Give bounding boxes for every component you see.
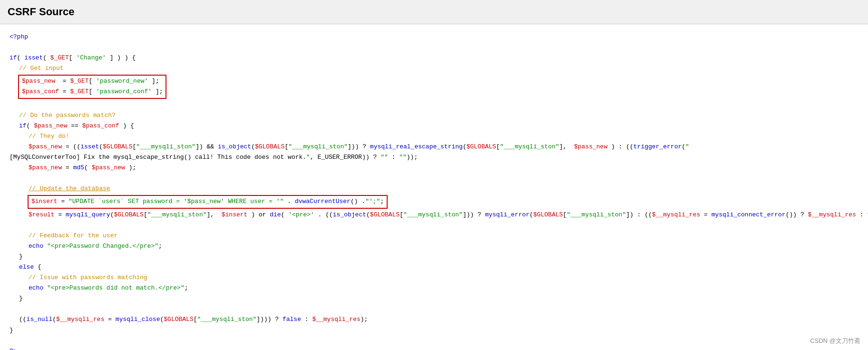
code-line-insert: $insert = "UPDATE `users` SET password =… [31,196,384,207]
code-line-if-isset: if( isset( $_GET[ 'Change' ] ) ) { [10,53,858,63]
highlight-box-pass: $pass_new = $_GET[ 'password_new' ]; $pa… [18,75,166,98]
code-line-close-else: } [10,293,858,304]
code-line-close-if: } [10,252,858,262]
code-line-if-match: if( $pass_new == $pass_conf ) { [10,121,858,131]
code-line-blank6 [10,336,858,346]
code-line-comment-they-do: // They do! [10,131,858,142]
code-line-mysqli-close: ((is_null($__mysqli_res = mysqli_close($… [10,314,858,325]
code-line-comment-update: // Update the database [10,184,858,194]
code-line-echo-nomatch: echo "<pre>Passwords did not match.</pre… [10,283,858,293]
code-line-else: else { [10,262,858,272]
code-line-blank1 [10,42,858,53]
code-line-blank2 [10,100,858,110]
code-line-pass-new: $pass_new = $_GET[ 'password_new' ]; [22,76,163,87]
code-line-result: $result = mysqli_query($GLOBALS["___mysq… [10,210,858,220]
code-line-comment-issue: // Issue with passwords matching [10,272,858,283]
code-line-php-close: ?> [10,346,858,350]
code-line-close-main: } [10,325,858,336]
code-line-php-open: <?php [10,32,858,42]
page-title: CSRF Source [8,6,860,18]
code-line-blank4 [10,220,858,231]
code-line-comment-get-input: // Get input [10,63,858,74]
code-line-blank5 [10,304,858,314]
code-line-echo-changed: echo "<pre>Password Changed.</pre>"; [10,241,858,252]
code-area: <?php if( isset( $_GET[ 'Change' ] ) ) {… [0,24,868,350]
code-line-mysql-converter: [MySQLConverterToo] Fix the mysql_escape… [10,152,858,163]
highlight-box-insert: $insert = "UPDATE `users` SET password =… [28,195,388,208]
watermark: CSDN @文刀竹斋 [810,337,860,345]
header: CSRF Source [0,0,868,24]
code-line-pass-conf: $pass_conf = $_GET[ 'password_conf' ]; [22,87,163,97]
code-line-md5: $pass_new = md5( $pass_new ); [10,163,858,173]
code-line-comment-feedback: // Feedback for the user [10,231,858,241]
code-line-blank3 [10,173,858,184]
code-line-pass-new-escape: $pass_new = ((isset($GLOBALS["___mysqli_… [10,142,858,152]
code-line-comment-match: // Do the passwords match? [10,110,858,121]
